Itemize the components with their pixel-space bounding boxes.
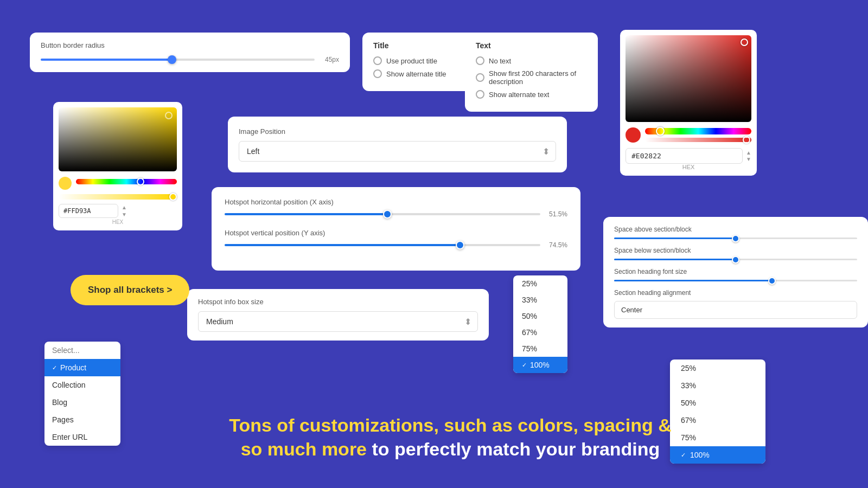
dropdown-item-enter-url[interactable]: Enter URL bbox=[44, 428, 120, 446]
text-option-2[interactable]: Show first 200 characters of description bbox=[476, 69, 587, 86]
spacing-track-1[interactable] bbox=[614, 237, 857, 239]
dropdown-item-blog[interactable]: Blog bbox=[44, 394, 120, 411]
color-picker-yellow: ▲ ▼ HEX bbox=[53, 102, 182, 230]
hotspot-y-value: 74.5% bbox=[546, 241, 567, 249]
hex-label-yellow: HEX bbox=[59, 219, 177, 225]
spacing-thumb-2[interactable] bbox=[732, 256, 739, 264]
spacing-label-1: Space above section/block bbox=[614, 226, 857, 233]
spectrum-thumb-yellow[interactable] bbox=[137, 178, 144, 185]
bottom-text-line2: so much more to perfectly match your bra… bbox=[152, 437, 749, 461]
hotspot-x-thumb[interactable] bbox=[383, 210, 392, 219]
hotspot-x-label: Hotspot horizontal position (X axis) bbox=[225, 198, 567, 206]
hex-row-yellow: ▲ ▼ bbox=[59, 204, 177, 218]
border-radius-label: Button border radius bbox=[41, 41, 339, 49]
title-heading: Title bbox=[373, 41, 476, 50]
text-label-3: Show alternate text bbox=[489, 91, 549, 99]
color-gradient-yellow[interactable] bbox=[59, 107, 177, 171]
pct-item-33[interactable]: 33% bbox=[513, 292, 567, 308]
dropdown-item-collection[interactable]: Collection bbox=[44, 376, 120, 394]
title-radio-1[interactable] bbox=[373, 56, 382, 65]
title-label-1: Use product title bbox=[386, 57, 437, 65]
border-radius-fill bbox=[41, 59, 172, 61]
hotspot-y-track[interactable] bbox=[225, 244, 540, 246]
border-radius-track[interactable] bbox=[41, 59, 315, 61]
spacing-thumb-1[interactable] bbox=[732, 235, 739, 242]
hotspot-size-heading: Hotspot info box size bbox=[198, 298, 478, 306]
hex-label-red: HEX bbox=[626, 164, 751, 170]
pct-item-50[interactable]: 50% bbox=[513, 308, 567, 324]
opacity-thumb-red[interactable] bbox=[743, 136, 750, 144]
hex-spinner-red[interactable]: ▲ ▼ bbox=[746, 150, 751, 162]
dropdown-item-product[interactable]: ✓ Product bbox=[44, 359, 120, 376]
spacing-fill-1 bbox=[614, 237, 736, 239]
hex-input-red[interactable] bbox=[626, 148, 743, 164]
image-position-select[interactable]: Left Right Center bbox=[239, 141, 556, 162]
spacing-track-3[interactable] bbox=[614, 280, 857, 281]
text-label-2: Show first 200 characters of description bbox=[489, 69, 587, 86]
hotspot-y-label: Hotspot vertical position (Y axis) bbox=[225, 229, 567, 237]
heading-alignment-select[interactable]: Center Left Right bbox=[614, 301, 857, 319]
hotspot-y-fill bbox=[225, 244, 460, 246]
pct-large-item-50[interactable]: 50% bbox=[670, 394, 765, 412]
text-radio-1[interactable] bbox=[476, 56, 484, 65]
text-radio-3[interactable] bbox=[476, 90, 484, 99]
pct-item-75[interactable]: 75% bbox=[513, 341, 567, 357]
color-spectrum-row-yellow bbox=[59, 177, 177, 190]
spacing-slider-row-3 bbox=[614, 280, 857, 281]
hotspot-x-slider-row: 51.5% bbox=[225, 210, 567, 218]
opacity-bar-yellow[interactable] bbox=[59, 194, 177, 200]
hex-input-yellow[interactable] bbox=[59, 204, 118, 218]
text-radio-2[interactable] bbox=[476, 73, 484, 82]
opacity-bar-red[interactable] bbox=[645, 138, 751, 142]
hotspot-x-track[interactable] bbox=[225, 213, 540, 215]
hotspot-y-thumb[interactable] bbox=[456, 241, 464, 249]
title-radio-2[interactable] bbox=[373, 69, 382, 78]
text-label-1: No text bbox=[489, 57, 511, 65]
pct-dropdown-small: 25% 33% 50% 67% 75% ✓ 100% bbox=[513, 275, 567, 373]
title-option-2[interactable]: Show alternate title bbox=[373, 69, 476, 78]
hotspot-size-select[interactable]: Medium Small Large bbox=[198, 311, 478, 332]
text-option-3[interactable]: Show alternate text bbox=[476, 90, 587, 99]
image-position-select-wrapper: Left Right Center ⬍ bbox=[239, 141, 556, 162]
pct-item-67[interactable]: 67% bbox=[513, 324, 567, 341]
hotspot-y-slider-row: 74.5% bbox=[225, 241, 567, 249]
spacing-slider-row-1 bbox=[614, 237, 857, 239]
hotspot-x-value: 51.5% bbox=[546, 210, 567, 218]
spacing-label-3: Section heading font size bbox=[614, 268, 857, 275]
color-picker-red: ▲ ▼ HEX bbox=[620, 30, 757, 176]
border-radius-thumb[interactable] bbox=[168, 55, 176, 64]
bottom-white-suffix: to perfectly match your branding bbox=[372, 439, 660, 459]
color-swatch-red bbox=[626, 127, 641, 143]
bottom-yellow-text-2: so much more bbox=[241, 439, 367, 459]
pct-item-25[interactable]: 25% bbox=[513, 275, 567, 292]
spacing-thumb-3[interactable] bbox=[768, 277, 776, 285]
dropdown-placeholder[interactable]: Select... bbox=[44, 342, 120, 359]
color-gradient-red[interactable] bbox=[626, 35, 751, 122]
pct-large-item-33[interactable]: 33% bbox=[670, 377, 765, 394]
border-radius-value: 45px bbox=[320, 56, 339, 63]
color-swatch-yellow bbox=[59, 177, 72, 190]
spectrum-thumb-red[interactable] bbox=[656, 127, 665, 136]
spectrum-wrapper-red bbox=[645, 128, 751, 142]
title-option-1[interactable]: Use product title bbox=[373, 56, 476, 65]
spacing-track-2[interactable] bbox=[614, 259, 857, 260]
pct-item-100[interactable]: ✓ 100% bbox=[513, 357, 567, 373]
link-type-dropdown: Select... ✓ Product Collection Blog Page… bbox=[44, 342, 120, 446]
hex-spinner-yellow[interactable]: ▲ ▼ bbox=[122, 204, 127, 217]
opacity-thumb-yellow[interactable] bbox=[169, 193, 177, 201]
color-spectrum-row-red bbox=[626, 127, 751, 143]
image-position-heading: Image Position bbox=[239, 127, 556, 136]
pct-large-item-25[interactable]: 25% bbox=[670, 359, 765, 377]
color-gradient-thumb-yellow[interactable] bbox=[165, 112, 173, 119]
check-icon: ✓ bbox=[52, 364, 57, 371]
text-heading: Text bbox=[476, 41, 587, 50]
spectrum-bar-yellow[interactable] bbox=[76, 179, 177, 184]
hotspot-size-select-wrapper: Medium Small Large ⬍ bbox=[198, 311, 478, 332]
shop-all-brackets-button[interactable]: Shop all brackets > bbox=[71, 275, 189, 305]
text-option-1[interactable]: No text bbox=[476, 56, 587, 65]
color-gradient-thumb-red[interactable] bbox=[741, 38, 748, 46]
dropdown-item-pages[interactable]: Pages bbox=[44, 411, 120, 428]
spectrum-bar-red[interactable] bbox=[645, 128, 751, 134]
spacing-card: Space above section/block Space below se… bbox=[603, 217, 868, 328]
bottom-text-block: Tons of customizations, such as colors, … bbox=[152, 413, 749, 461]
